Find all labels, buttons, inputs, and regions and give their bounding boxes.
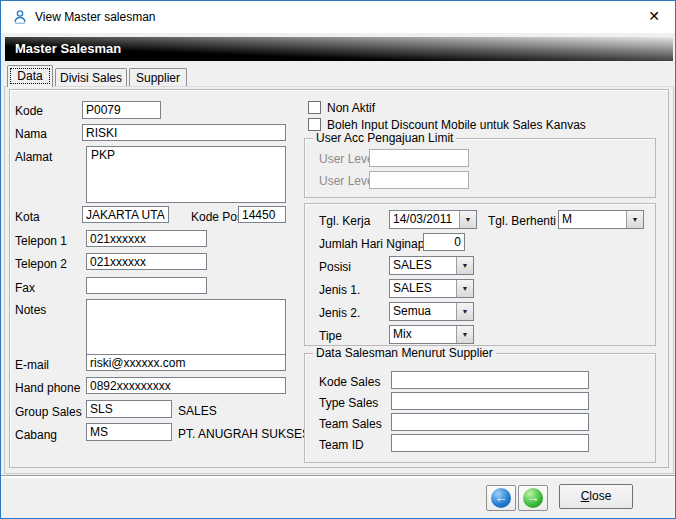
user-level1-input[interactable] [369,149,469,167]
alamat-textarea[interactable]: PKP [86,146,286,203]
jenis1-value: SALES [390,280,456,297]
group-sales-label: Group Sales [15,405,82,419]
boleh-input-discount-label: Boleh Input Discount Mobile untuk Sales … [327,118,586,132]
tgl-berhenti-value: M [559,211,626,228]
jenis1-dropdown[interactable]: SALES ▼ [389,279,474,298]
fax-label: Fax [15,281,35,295]
handphone-label: Hand phone [15,381,80,395]
team-sales-input[interactable] [391,413,589,431]
footer-separator [1,475,676,478]
telepon1-label: Telepon 1 [15,234,67,248]
kode-input[interactable] [82,101,161,119]
close-button[interactable]: Close [559,484,633,509]
kota-input[interactable] [82,206,169,223]
jumlah-hari-nginap-input[interactable] [423,233,465,251]
alamat-label: Alamat [15,150,52,164]
kode-pos-input[interactable] [238,206,286,223]
tab-data[interactable]: Data [7,65,53,87]
supplier-group-title: Data Salesman Menurut Supplier [313,346,496,360]
group-sales-description: SALES [178,404,217,418]
nama-input[interactable] [82,124,286,141]
close-button-label: lose [589,489,611,503]
kode-sales-label: Kode Sales [319,375,380,389]
window-title: View Master salesman [35,10,156,24]
cabang-input[interactable] [86,423,172,441]
tipe-value: Mix [390,326,456,343]
dialog-view-master-salesman: View Master salesman ✕ Master Salesman D… [0,0,676,519]
telepon2-label: Telepon 2 [15,257,67,271]
cabang-description: PT. ANUGRAH SUKSES MAN [178,427,304,441]
posisi-value: SALES [390,257,456,274]
posisi-dropdown[interactable]: SALES ▼ [389,256,474,275]
arrow-right-icon: → [523,488,543,508]
nama-label: Nama [15,127,47,141]
chevron-down-icon[interactable]: ▼ [456,257,473,274]
kota-label: Kota [15,210,40,224]
telepon2-input[interactable] [86,253,207,270]
close-icon[interactable]: ✕ [633,1,675,32]
chevron-down-icon[interactable]: ▼ [456,303,473,320]
tgl-berhenti-label: Tgl. Berhenti [488,214,556,228]
jenis2-label: Jenis 2. [319,306,360,320]
jenis2-dropdown[interactable]: Semua ▼ [389,302,474,321]
title-bar: View Master salesman ✕ [1,1,675,33]
group-sales-input[interactable] [86,400,172,418]
previous-record-button[interactable]: ← [486,485,516,511]
tgl-kerja-value: 14/03/2011 [390,211,459,228]
jenis2-value: Semua [390,303,456,320]
person-window-icon [12,9,28,25]
jumlah-hari-nginap-label: Jumlah Hari Nginap [319,237,424,251]
notes-label: Notes [15,303,46,317]
tgl-kerja-datepicker[interactable]: 14/03/2011 ▼ [389,210,477,229]
user-acc-group-title: User Acc Pengajuan Limit [313,131,456,145]
email-input[interactable] [86,354,286,371]
tipe-dropdown[interactable]: Mix ▼ [389,325,474,344]
type-sales-label: Type Sales [319,396,378,410]
arrow-left-icon: ← [491,488,511,508]
next-record-button[interactable]: → [518,485,548,511]
fax-input[interactable] [86,277,207,294]
telepon1-input[interactable] [86,230,207,247]
user-level2-input[interactable] [369,171,469,189]
kode-label: Kode [15,104,43,118]
tipe-label: Tipe [319,329,342,343]
team-id-label: Team ID [319,438,364,452]
tab-supplier[interactable]: Supplier [129,68,187,87]
tab-divisi-sales[interactable]: Divisi Sales [55,68,127,87]
jenis1-label: Jenis 1. [319,283,360,297]
tgl-berhenti-dropdown[interactable]: M ▼ [558,210,644,229]
section-header: Master Salesman [5,37,673,61]
posisi-label: Posisi [319,260,351,274]
chevron-down-icon[interactable]: ▼ [456,326,473,343]
non-aktif-label: Non Aktif [327,101,375,115]
team-sales-label: Team Sales [319,417,382,431]
chevron-down-icon[interactable]: ▼ [456,280,473,297]
boleh-input-discount-checkbox[interactable] [308,118,321,131]
chevron-down-icon[interactable]: ▼ [459,211,476,228]
non-aktif-checkbox[interactable] [308,101,321,114]
kode-sales-input[interactable] [391,371,589,389]
cabang-label: Cabang [15,428,57,442]
tgl-kerja-label: Tgl. Kerja [319,214,370,228]
handphone-input[interactable] [86,377,286,394]
chevron-down-icon[interactable]: ▼ [626,211,643,228]
type-sales-input[interactable] [391,392,589,410]
team-id-input[interactable] [391,434,589,452]
email-label: E-mail [15,358,49,372]
user-acc-group: User Acc Pengajuan Limit [304,138,656,198]
